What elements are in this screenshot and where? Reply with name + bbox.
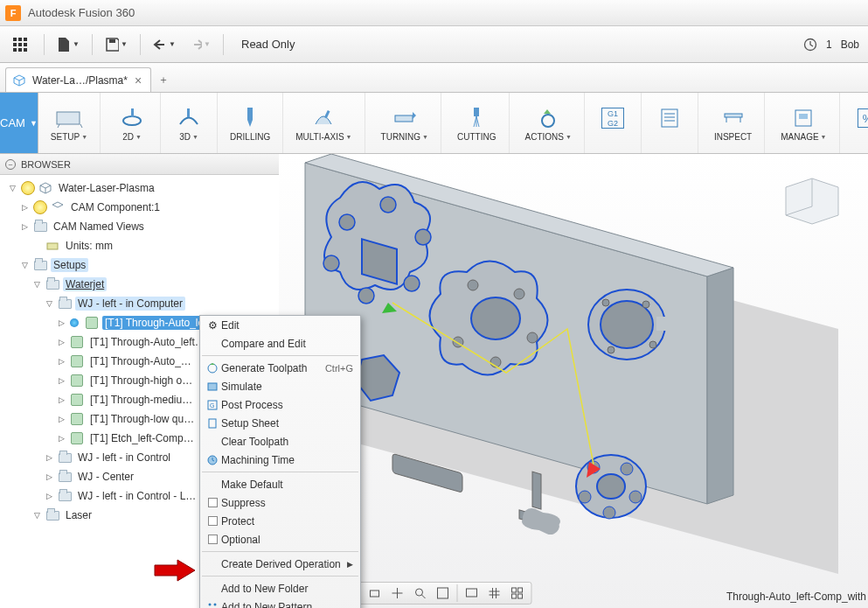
svg-point-65 <box>603 507 615 519</box>
look-at-button[interactable] <box>364 584 385 602</box>
grid-button[interactable] <box>483 584 504 602</box>
cm-edit[interactable]: ⚙Edit <box>200 316 360 334</box>
folder-icon <box>59 492 72 501</box>
zoom-button[interactable] <box>409 584 430 602</box>
close-tab-button[interactable]: × <box>135 73 142 87</box>
svg-rect-82 <box>208 383 217 390</box>
new-tab-button[interactable]: ＋ <box>151 67 176 92</box>
svg-marker-34 <box>707 268 733 504</box>
units-icon <box>45 239 59 253</box>
svg-rect-4 <box>18 43 22 46</box>
svg-point-40 <box>404 276 420 291</box>
ribbon-setup[interactable]: SETUP▼ <box>38 93 101 153</box>
ribbon-actions[interactable]: ACTIONS▼ <box>513 93 585 153</box>
bulb-icon <box>21 181 35 195</box>
ribbon-turning[interactable]: TURNING▼ <box>369 93 442 153</box>
gcode-icon: G <box>204 399 221 411</box>
svg-rect-24 <box>725 114 742 117</box>
tree-root[interactable]: ▽Water-Laser-Plasma <box>7 178 279 198</box>
ribbon-inspect[interactable]: INSPECT <box>702 93 765 153</box>
ribbon-drilling[interactable]: DRILLING <box>218 93 283 153</box>
svg-point-63 <box>621 463 633 475</box>
tree-waterjet[interactable]: ▽Waterjet <box>7 275 279 294</box>
svg-rect-17 <box>395 115 413 122</box>
cm-make-default[interactable]: Make Default <box>200 475 360 493</box>
grid-menu-button[interactable] <box>9 33 31 56</box>
pan-button[interactable] <box>386 584 407 602</box>
tree-cam-component[interactable]: ▷CAM Component:1 <box>7 198 279 217</box>
svg-point-87 <box>209 603 212 605</box>
folder-icon <box>34 261 47 270</box>
viewports-button[interactable] <box>506 584 527 602</box>
svg-rect-5 <box>24 43 27 46</box>
folder-icon <box>59 299 72 309</box>
svg-rect-31 <box>47 243 58 249</box>
gear-icon: ⚙ <box>204 319 221 332</box>
svg-rect-3 <box>13 43 17 46</box>
turning-icon <box>389 104 420 132</box>
browser-header[interactable]: – BROWSER <box>0 154 279 175</box>
user-name[interactable]: Bob <box>841 38 859 51</box>
toolpath-icon <box>86 317 98 329</box>
svg-point-37 <box>339 214 355 230</box>
fit-button[interactable] <box>432 584 453 602</box>
submenu-arrow-icon: ▶ <box>347 560 353 569</box>
ribbon-manage[interactable]: MANAGE▼ <box>768 93 839 153</box>
redo-button[interactable]: ▼ <box>188 33 211 56</box>
svg-point-55 <box>608 346 615 353</box>
toolpath-icon <box>71 394 83 406</box>
ribbon-percent[interactable]: % <box>840 93 868 153</box>
navigation-toolbar <box>337 582 531 605</box>
svg-point-54 <box>649 341 656 348</box>
active-dot-icon <box>70 318 79 327</box>
cm-protect[interactable]: Protect <box>200 512 360 530</box>
ribbon-2d[interactable]: 2D▼ <box>104 93 161 153</box>
svg-rect-80 <box>517 594 522 598</box>
2d-icon <box>116 104 148 132</box>
component-icon <box>38 181 52 195</box>
cm-generate-toolpath[interactable]: Generate ToolpathCtrl+G <box>200 359 360 377</box>
ribbon-gcode[interactable]: G1G2 <box>585 93 642 153</box>
svg-point-12 <box>123 116 141 125</box>
ribbon-multiaxis[interactable]: MULTI-AXIS▼ <box>283 93 365 153</box>
tree-named-views[interactable]: ▷CAM Named Views <box>7 217 279 236</box>
undo-button[interactable]: ▼ <box>153 33 176 56</box>
save-button[interactable]: ▼ <box>105 33 128 56</box>
cm-add-to-pattern[interactable]: Add to New Pattern <box>200 598 360 608</box>
cm-simulate[interactable]: Simulate <box>200 377 360 395</box>
cm-suppress[interactable]: Suppress <box>200 493 360 512</box>
cm-add-to-folder[interactable]: Add to New Folder <box>200 579 360 598</box>
cm-create-derived[interactable]: Create Derived Operation▶ <box>200 555 360 573</box>
cm-clear-toolpath[interactable]: Clear Toolpath <box>200 432 360 451</box>
readonly-indicator: Read Only <box>241 38 295 51</box>
ribbon-cutting[interactable]: CUTTING <box>445 93 509 153</box>
separator <box>92 34 93 55</box>
separator <box>223 34 224 55</box>
viewport-canvas[interactable]: Through-Auto_left-Comp_with <box>279 154 868 608</box>
cm-setup-sheet[interactable]: Setup Sheet <box>200 414 360 432</box>
svg-rect-14 <box>187 108 190 117</box>
document-tab[interactable]: Water-La…/Plasma* × <box>5 67 151 92</box>
tree-setups[interactable]: ▽Setups <box>7 255 279 275</box>
generate-icon <box>204 362 221 374</box>
cm-compare-edit[interactable]: Compare and Edit <box>200 334 360 353</box>
ribbon-sheet[interactable] <box>642 93 698 153</box>
workspace-switcher[interactable]: CAM▼ <box>0 93 38 153</box>
clock-count: 1 <box>826 38 832 51</box>
tree-units[interactable]: Units: mm <box>7 236 279 255</box>
sheet-icon <box>654 104 685 132</box>
cube-icon <box>13 74 25 87</box>
multiaxis-icon <box>308 104 339 132</box>
cm-optional[interactable]: Optional <box>200 530 360 549</box>
ribbon-3d[interactable]: 3D▼ <box>161 93 218 153</box>
svg-rect-0 <box>13 38 17 41</box>
svg-point-61 <box>597 474 625 499</box>
tree-wj-left-computer[interactable]: ▽WJ - left - in Computer <box>7 294 279 313</box>
cm-machining-time[interactable]: Machining Time <box>200 451 360 469</box>
svg-rect-11 <box>57 112 80 124</box>
percent-icon: % <box>852 104 868 132</box>
file-menu-button[interactable]: ▼ <box>57 33 80 56</box>
display-button[interactable] <box>461 584 482 602</box>
svg-point-64 <box>629 491 642 503</box>
cm-post-process[interactable]: GPost Process <box>200 395 360 414</box>
